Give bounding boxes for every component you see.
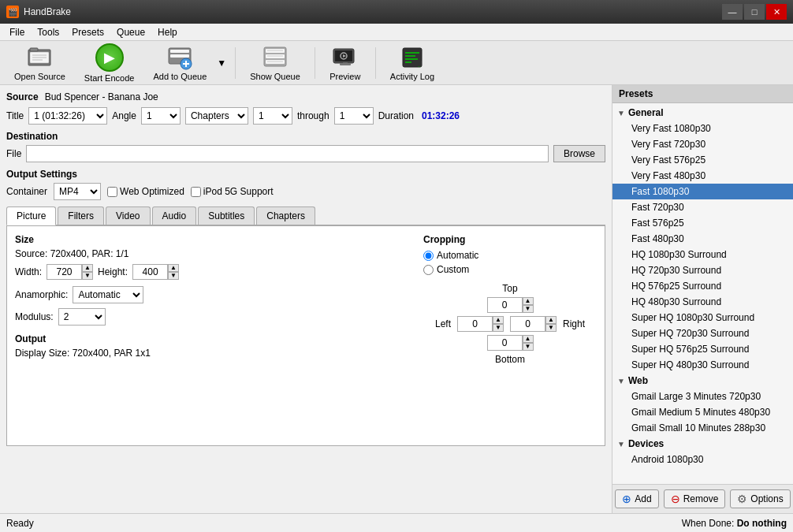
menu-tools[interactable]: Tools <box>31 25 65 39</box>
height-increment[interactable]: ▲ <box>168 264 179 272</box>
close-button[interactable]: ✕ <box>766 4 787 20</box>
crop-automatic-radio[interactable] <box>423 251 434 261</box>
web-optimized-label[interactable]: Web Optimized <box>107 186 184 197</box>
title-select[interactable]: 1 (01:32:26) <box>28 107 107 125</box>
activity-log-button[interactable]: _ Activity Log <box>382 42 442 84</box>
width-input[interactable] <box>47 264 82 280</box>
add-to-queue-button[interactable]: Add to Queue <box>145 42 214 84</box>
width-row: Width: ▲ ▼ Height: ▲ <box>15 264 408 280</box>
crop-right-increment[interactable]: ▲ <box>545 316 557 324</box>
crop-left-input[interactable] <box>457 316 493 332</box>
crop-right-decrement[interactable]: ▼ <box>545 324 557 332</box>
menu-queue[interactable]: Queue <box>110 25 151 39</box>
title-label: Title <box>6 110 24 121</box>
start-encode-icon: ▶ <box>95 43 124 72</box>
preset-super-hq-720[interactable]: Super HQ 720p30 Surround <box>612 326 793 341</box>
modulus-select[interactable]: 2 4 8 16 <box>58 308 106 326</box>
tab-audio[interactable]: Audio <box>152 206 197 225</box>
preset-fast-480[interactable]: Fast 480p30 <box>612 231 793 247</box>
tab-chapters[interactable]: Chapters <box>256 206 315 225</box>
preset-very-fast-720[interactable]: Very Fast 720p30 <box>612 136 793 152</box>
ipod-support-label[interactable]: iPod 5G Support <box>191 186 274 197</box>
container-label: Container <box>6 186 47 197</box>
preset-fast-720[interactable]: Fast 720p30 <box>612 199 793 215</box>
maximize-button[interactable]: □ <box>744 4 765 20</box>
crop-automatic-label[interactable]: Automatic <box>423 250 597 261</box>
open-source-button[interactable]: Open Source <box>6 42 73 84</box>
tab-subtitles[interactable]: Subtitles <box>198 206 255 225</box>
crop-bottom-increment[interactable]: ▲ <box>523 335 534 343</box>
height-decrement[interactable]: ▼ <box>168 272 179 280</box>
crop-top-decrement[interactable]: ▼ <box>523 305 534 313</box>
height-input[interactable] <box>132 264 168 280</box>
svg-rect-7 <box>170 50 189 53</box>
crop-left-increment[interactable]: ▲ <box>493 316 504 324</box>
width-spinner: ▲ ▼ <box>47 264 93 280</box>
preview-button[interactable]: Preview <box>322 42 369 84</box>
height-label: Height: <box>98 266 128 277</box>
file-row: File Browse <box>6 145 605 162</box>
preset-super-hq-1080[interactable]: Super HQ 1080p30 Surround <box>612 310 793 326</box>
crop-custom-label[interactable]: Custom <box>423 264 597 275</box>
preset-fast-1080[interactable]: Fast 1080p30 <box>612 184 793 199</box>
chapters-select[interactable]: Chapters <box>185 107 248 125</box>
chapters-from-select[interactable]: 1 <box>253 107 292 125</box>
angle-select[interactable]: 1 <box>141 107 181 125</box>
main-area: Source Bud Spencer - Banana Joe Title 1 … <box>0 85 793 513</box>
crop-bottom-decrement[interactable]: ▼ <box>523 343 534 351</box>
web-optimized-checkbox[interactable] <box>107 187 117 197</box>
output-section: Output Display Size: 720x400, PAR 1x1 <box>15 333 408 359</box>
tab-filters[interactable]: Filters <box>58 206 104 225</box>
container-select[interactable]: MP4 MKV <box>54 183 101 200</box>
file-input[interactable] <box>26 145 549 162</box>
menu-presets[interactable]: Presets <box>65 25 110 39</box>
chapters-to-select[interactable]: 1 <box>334 107 374 125</box>
presets-group-devices[interactable]: ▼ Devices <box>612 436 793 452</box>
preset-hq-576[interactable]: HQ 576p25 Surround <box>612 278 793 294</box>
preset-hq-720[interactable]: HQ 720p30 Surround <box>612 262 793 278</box>
preset-very-fast-1080[interactable]: Very Fast 1080p30 <box>612 121 793 136</box>
presets-panel: Presets ▼ General Very Fast 1080p30 Very… <box>612 85 793 513</box>
toolbar-divider-1 <box>235 47 236 79</box>
add-queue-dropdown-button[interactable]: ▼ <box>214 49 229 77</box>
crop-right-spinner: ▲ ▼ <box>510 316 557 332</box>
crop-right-input[interactable] <box>510 316 545 332</box>
through-label: through <box>297 110 329 121</box>
preset-super-hq-480[interactable]: Super HQ 480p30 Surround <box>612 357 793 373</box>
minimize-button[interactable]: — <box>722 4 743 20</box>
preset-fast-576[interactable]: Fast 576p25 <box>612 215 793 231</box>
crop-bottom-input[interactable] <box>487 335 523 351</box>
preset-gmail-large[interactable]: Gmail Large 3 Minutes 720p30 <box>612 389 793 404</box>
crop-left-decrement[interactable]: ▼ <box>493 324 504 332</box>
remove-preset-button[interactable]: ⊖ Remove <box>664 489 726 508</box>
preset-android-1080[interactable]: Android 1080p30 <box>612 452 793 467</box>
presets-group-web[interactable]: ▼ Web <box>612 373 793 389</box>
output-title: Output <box>15 333 408 344</box>
crop-top-increment[interactable]: ▲ <box>523 297 534 305</box>
preset-hq-1080[interactable]: HQ 1080p30 Surround <box>612 247 793 262</box>
ipod-support-checkbox[interactable] <box>191 187 201 197</box>
menu-help[interactable]: Help <box>151 25 184 39</box>
anamorphic-select[interactable]: Automatic None Loose Custom <box>73 286 143 303</box>
crop-top-input[interactable] <box>487 297 523 313</box>
width-decrement[interactable]: ▼ <box>82 272 93 280</box>
browse-button[interactable]: Browse <box>553 145 605 162</box>
show-queue-button[interactable]: Show Queue <box>242 42 308 84</box>
menu-file[interactable]: File <box>3 25 31 39</box>
preset-very-fast-480[interactable]: Very Fast 480p30 <box>612 168 793 184</box>
preset-hq-480[interactable]: HQ 480p30 Surround <box>612 294 793 310</box>
preset-very-fast-576[interactable]: Very Fast 576p25 <box>612 152 793 168</box>
tab-video[interactable]: Video <box>106 206 150 225</box>
add-preset-button[interactable]: ⊕ Add <box>615 489 658 508</box>
tab-picture[interactable]: Picture <box>6 206 56 225</box>
options-preset-button[interactable]: ⚙ Options <box>730 489 790 508</box>
crop-custom-radio[interactable] <box>423 265 434 275</box>
start-encode-button[interactable]: ▶ Start Encode <box>76 40 143 86</box>
preset-gmail-small[interactable]: Gmail Small 10 Minutes 288p30 <box>612 420 793 436</box>
size-title: Size <box>15 234 408 245</box>
anamorphic-row: Anamorphic: Automatic None Loose Custom <box>15 286 408 303</box>
preset-gmail-medium[interactable]: Gmail Medium 5 Minutes 480p30 <box>612 404 793 420</box>
width-increment[interactable]: ▲ <box>82 264 93 272</box>
preset-super-hq-576[interactable]: Super HQ 576p25 Surround <box>612 341 793 357</box>
presets-group-general[interactable]: ▼ General <box>612 105 793 121</box>
